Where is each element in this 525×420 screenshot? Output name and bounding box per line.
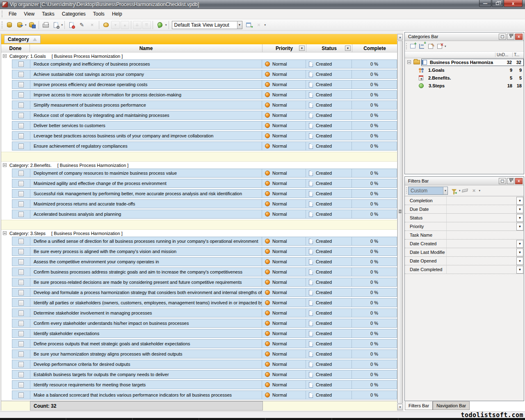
task-complete-cell[interactable]: 0 % (352, 169, 397, 177)
task-row[interactable]: Improve process efficiency and decrease … (12, 80, 397, 89)
task-complete-cell[interactable]: 0 % (352, 91, 397, 99)
task-complete-cell[interactable]: 0 % (352, 381, 397, 389)
task-priority-cell[interactable]: Normal (262, 80, 306, 89)
filter-dropdown-button[interactable]: ▼ (516, 249, 523, 256)
task-priority-cell[interactable]: Normal (262, 391, 306, 399)
task-row[interactable]: Reduce cost of operations by integrating… (12, 111, 397, 120)
column-header-done[interactable]: Done (1, 44, 30, 52)
task-status-cell[interactable]: Created (306, 60, 352, 68)
task-priority-cell[interactable]: Normal (262, 350, 306, 358)
done-checkbox[interactable] (18, 144, 24, 149)
task-priority-cell[interactable]: Normal (262, 111, 306, 119)
filters-pin-button[interactable] (507, 178, 514, 184)
new-category-button[interactable] (408, 42, 417, 50)
task-priority-cell[interactable]: Normal (262, 237, 306, 245)
task-status-cell[interactable]: Created (306, 189, 352, 198)
task-complete-cell[interactable]: 0 % (352, 391, 397, 399)
group-by-category-button[interactable]: Category (4, 35, 41, 43)
filter-row[interactable]: Task Name (405, 231, 524, 240)
done-checkbox[interactable] (18, 331, 24, 336)
done-checkbox[interactable] (18, 123, 24, 128)
menu-item-file[interactable]: File (5, 10, 20, 18)
task-row[interactable]: Confirm every stakeholder understands hi… (12, 319, 397, 328)
print-preview-button[interactable] (51, 21, 61, 30)
filters-float-button[interactable] (499, 178, 506, 184)
move-bottom-button[interactable]: ⇊ (133, 21, 142, 29)
task-row[interactable]: Simplify measurement of business process… (12, 100, 397, 110)
task-row[interactable]: Define a unified sense of direction for … (12, 237, 397, 246)
task-complete-cell[interactable]: 0 % (352, 142, 397, 150)
category-tree-item[interactable]: 2.Benefits. 5 5 (405, 74, 524, 82)
print-preview-dropdown[interactable]: ▾ (62, 23, 63, 27)
done-checkbox[interactable] (18, 201, 24, 207)
done-checkbox[interactable] (18, 113, 24, 118)
menu-item-categories[interactable]: Categories (58, 10, 89, 18)
filter-row[interactable]: Date Last Modifie ▼ (405, 248, 524, 257)
task-name-cell[interactable]: Simplify measurement of business process… (30, 101, 262, 109)
print-button[interactable] (41, 21, 50, 30)
task-status-cell[interactable]: Created (306, 381, 352, 389)
total-column-header[interactable]: T... (512, 52, 524, 57)
task-complete-cell[interactable]: 0 % (352, 132, 397, 140)
open-database-button[interactable] (15, 21, 24, 30)
filter-value[interactable] (447, 257, 516, 265)
task-row[interactable]: Identify resource requirements for meeti… (12, 380, 397, 389)
filter-preset-arrow[interactable]: ▼ (443, 187, 447, 194)
category-tree-root[interactable]: Business Process Harmoniza 32 32 (405, 58, 524, 66)
task-name-cell[interactable]: Be sure process-related decisions are ma… (30, 278, 262, 286)
new-task-button[interactable] (67, 21, 76, 30)
tab-navigation-bar[interactable]: Navigation Bar (433, 401, 470, 410)
task-status-cell[interactable]: Created (306, 247, 352, 256)
done-checkbox[interactable] (18, 341, 24, 347)
apply-filter-button[interactable] (450, 187, 459, 195)
notification-button[interactable] (155, 21, 164, 30)
scrollbar-thumb[interactable] (397, 41, 403, 404)
move-top-button[interactable]: ⇈ (142, 21, 151, 29)
filter-dropdown-button[interactable]: ▼ (516, 223, 523, 231)
task-priority-cell[interactable]: Normal (262, 189, 306, 198)
done-checkbox[interactable] (18, 280, 24, 285)
filter-dropdown-button[interactable]: ▼ (516, 197, 523, 205)
restore-button[interactable] (492, 0, 503, 7)
done-checkbox[interactable] (18, 82, 24, 87)
task-complete-cell[interactable]: 0 % (352, 258, 397, 266)
task-name-cell[interactable]: Develop and formulate a process harmoniz… (30, 288, 262, 297)
filter-row[interactable]: Date Opened ▼ (405, 257, 524, 265)
done-checkbox[interactable] (18, 62, 24, 67)
done-checkbox[interactable] (18, 269, 24, 275)
tab-filters-bar[interactable]: Filters Bar (405, 401, 433, 410)
task-name-cell[interactable]: Ensure achievement of regulatory complia… (30, 142, 262, 150)
category-tree-item[interactable]: 3.Steps 18 18 (405, 82, 524, 89)
task-status-cell[interactable]: Created (306, 391, 352, 399)
column-header-name[interactable]: Name (30, 44, 262, 52)
minimize-button[interactable]: — (479, 0, 491, 7)
filter-row[interactable]: Status ▼ (405, 214, 524, 222)
task-name-cell[interactable]: Be sure every process is aligned with th… (30, 247, 262, 256)
delete-task-button[interactable]: × (87, 21, 97, 30)
task-status-cell[interactable]: Created (306, 258, 352, 266)
task-priority-cell[interactable]: Normal (262, 370, 306, 379)
filter-row[interactable]: Date Completed ▼ (405, 265, 524, 274)
task-row[interactable]: Be sure process-related decisions are ma… (12, 278, 397, 287)
done-checkbox[interactable] (18, 249, 24, 254)
task-priority-cell[interactable]: Normal (262, 70, 306, 78)
scroll-up-button[interactable]: ▲ (397, 34, 403, 40)
category-group-header[interactable]: Category: 2.Benefits. [ Business Process… (1, 162, 397, 169)
task-complete-cell[interactable]: 0 % (352, 179, 397, 187)
task-complete-cell[interactable]: 0 % (352, 319, 397, 327)
task-complete-cell[interactable]: 0 % (352, 200, 397, 208)
categories-close-button[interactable]: x (515, 34, 523, 40)
task-status-cell[interactable]: Created (306, 319, 352, 327)
task-priority-cell[interactable]: Normal (262, 200, 306, 208)
done-checkbox[interactable] (18, 321, 24, 326)
task-status-cell[interactable]: Created (306, 370, 352, 379)
done-checkbox[interactable] (18, 300, 24, 306)
task-row[interactable]: Develop and formulate a process harmoniz… (12, 288, 397, 297)
filter-value[interactable] (447, 196, 516, 205)
task-name-cell[interactable]: Define a unified sense of direction for … (30, 237, 262, 245)
done-checkbox[interactable] (18, 133, 24, 139)
task-row[interactable]: Identify all parties or stakeholders (ow… (12, 298, 397, 307)
task-name-cell[interactable]: Identify resource requirements for meeti… (30, 381, 262, 389)
task-status-cell[interactable]: Created (306, 179, 352, 187)
task-priority-cell[interactable]: Normal (262, 60, 306, 68)
